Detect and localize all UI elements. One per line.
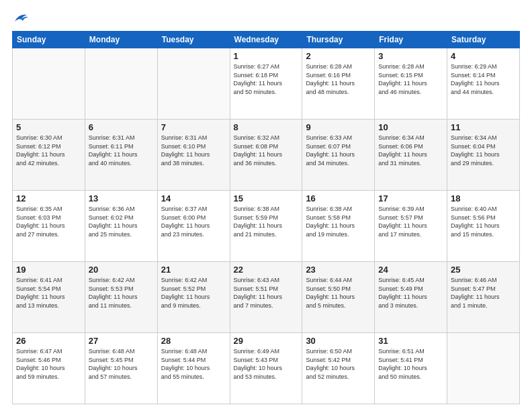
calendar-cell: 8Sunrise: 6:32 AM Sunset: 6:08 PM Daylig… <box>230 120 302 191</box>
calendar-cell: 10Sunrise: 6:34 AM Sunset: 6:06 PM Dayli… <box>375 120 447 191</box>
day-number: 26 <box>16 336 81 346</box>
calendar-week-row: 19Sunrise: 6:41 AM Sunset: 5:54 PM Dayli… <box>13 262 520 333</box>
day-info: Sunrise: 6:51 AM Sunset: 5:41 PM Dayligh… <box>378 347 443 381</box>
day-info: Sunrise: 6:48 AM Sunset: 5:44 PM Dayligh… <box>161 347 226 381</box>
calendar-cell: 16Sunrise: 6:38 AM Sunset: 5:58 PM Dayli… <box>302 191 375 262</box>
calendar-header-row: SundayMondayTuesdayWednesdayThursdayFrid… <box>13 32 520 48</box>
day-number: 17 <box>378 193 443 203</box>
day-number: 9 <box>306 122 371 132</box>
calendar-cell: 3Sunrise: 6:28 AM Sunset: 6:15 PM Daylig… <box>375 48 447 120</box>
day-info: Sunrise: 6:42 AM Sunset: 5:52 PM Dayligh… <box>161 276 226 310</box>
day-info: Sunrise: 6:31 AM Sunset: 6:10 PM Dayligh… <box>161 134 226 167</box>
calendar-cell: 21Sunrise: 6:42 AM Sunset: 5:52 PM Dayli… <box>157 262 230 333</box>
day-number: 10 <box>378 122 443 132</box>
calendar-cell: 29Sunrise: 6:49 AM Sunset: 5:43 PM Dayli… <box>230 333 302 404</box>
calendar-cell <box>85 48 157 120</box>
calendar-cell <box>447 333 520 404</box>
day-info: Sunrise: 6:29 AM Sunset: 6:14 PM Dayligh… <box>451 62 516 96</box>
day-header-saturday: Saturday <box>447 32 520 48</box>
day-info: Sunrise: 6:34 AM Sunset: 6:06 PM Dayligh… <box>378 134 443 167</box>
day-info: Sunrise: 6:43 AM Sunset: 5:51 PM Dayligh… <box>234 276 299 310</box>
day-info: Sunrise: 6:45 AM Sunset: 5:49 PM Dayligh… <box>378 276 443 310</box>
day-number: 30 <box>306 336 371 346</box>
day-number: 25 <box>451 265 516 275</box>
day-header-tuesday: Tuesday <box>157 32 230 48</box>
calendar-week-row: 12Sunrise: 6:35 AM Sunset: 6:03 PM Dayli… <box>13 191 520 262</box>
day-number: 21 <box>161 265 226 275</box>
day-info: Sunrise: 6:33 AM Sunset: 6:07 PM Dayligh… <box>306 134 371 167</box>
calendar-cell: 24Sunrise: 6:45 AM Sunset: 5:49 PM Dayli… <box>375 262 447 333</box>
calendar-cell: 13Sunrise: 6:36 AM Sunset: 6:02 PM Dayli… <box>85 191 157 262</box>
page: SundayMondayTuesdayWednesdayThursdayFrid… <box>0 0 532 411</box>
day-number: 27 <box>89 336 154 346</box>
calendar: SundayMondayTuesdayWednesdayThursdayFrid… <box>12 31 520 404</box>
logo <box>12 12 28 24</box>
day-number: 14 <box>161 193 226 203</box>
calendar-cell: 20Sunrise: 6:42 AM Sunset: 5:53 PM Dayli… <box>85 262 157 333</box>
day-info: Sunrise: 6:28 AM Sunset: 6:15 PM Dayligh… <box>378 62 443 96</box>
calendar-week-row: 5Sunrise: 6:30 AM Sunset: 6:12 PM Daylig… <box>13 120 520 191</box>
day-number: 11 <box>451 122 516 132</box>
day-info: Sunrise: 6:34 AM Sunset: 6:04 PM Dayligh… <box>451 134 516 167</box>
calendar-cell: 18Sunrise: 6:40 AM Sunset: 5:56 PM Dayli… <box>447 191 520 262</box>
day-number: 15 <box>234 193 299 203</box>
day-number: 5 <box>16 122 81 132</box>
calendar-cell: 2Sunrise: 6:28 AM Sunset: 6:16 PM Daylig… <box>302 48 375 120</box>
day-number: 22 <box>234 265 299 275</box>
day-number: 6 <box>89 122 154 132</box>
day-info: Sunrise: 6:37 AM Sunset: 6:00 PM Dayligh… <box>161 205 226 238</box>
day-info: Sunrise: 6:28 AM Sunset: 6:16 PM Dayligh… <box>306 62 371 96</box>
logo-bird-icon <box>13 12 28 24</box>
day-number: 2 <box>306 51 371 61</box>
calendar-week-row: 1Sunrise: 6:27 AM Sunset: 6:18 PM Daylig… <box>13 48 520 120</box>
day-number: 7 <box>161 122 226 132</box>
day-number: 12 <box>16 193 81 203</box>
calendar-cell: 15Sunrise: 6:38 AM Sunset: 5:59 PM Dayli… <box>230 191 302 262</box>
calendar-cell <box>157 48 230 120</box>
calendar-cell: 25Sunrise: 6:46 AM Sunset: 5:47 PM Dayli… <box>447 262 520 333</box>
day-number: 20 <box>89 265 154 275</box>
day-header-monday: Monday <box>85 32 157 48</box>
calendar-cell: 27Sunrise: 6:48 AM Sunset: 5:45 PM Dayli… <box>85 333 157 404</box>
calendar-cell: 11Sunrise: 6:34 AM Sunset: 6:04 PM Dayli… <box>447 120 520 191</box>
day-info: Sunrise: 6:31 AM Sunset: 6:11 PM Dayligh… <box>89 134 154 167</box>
day-info: Sunrise: 6:48 AM Sunset: 5:45 PM Dayligh… <box>89 347 154 381</box>
day-header-sunday: Sunday <box>13 32 85 48</box>
day-header-wednesday: Wednesday <box>230 32 302 48</box>
calendar-cell: 31Sunrise: 6:51 AM Sunset: 5:41 PM Dayli… <box>375 333 447 404</box>
day-info: Sunrise: 6:44 AM Sunset: 5:50 PM Dayligh… <box>306 276 371 310</box>
day-number: 24 <box>378 265 443 275</box>
day-info: Sunrise: 6:36 AM Sunset: 6:02 PM Dayligh… <box>89 205 154 238</box>
day-info: Sunrise: 6:38 AM Sunset: 5:58 PM Dayligh… <box>306 205 371 238</box>
day-number: 29 <box>234 336 299 346</box>
calendar-week-row: 26Sunrise: 6:47 AM Sunset: 5:46 PM Dayli… <box>13 333 520 404</box>
day-info: Sunrise: 6:30 AM Sunset: 6:12 PM Dayligh… <box>16 134 81 167</box>
calendar-cell: 19Sunrise: 6:41 AM Sunset: 5:54 PM Dayli… <box>13 262 85 333</box>
day-info: Sunrise: 6:41 AM Sunset: 5:54 PM Dayligh… <box>16 276 81 310</box>
calendar-cell: 7Sunrise: 6:31 AM Sunset: 6:10 PM Daylig… <box>157 120 230 191</box>
day-info: Sunrise: 6:50 AM Sunset: 5:42 PM Dayligh… <box>306 347 371 381</box>
calendar-cell: 28Sunrise: 6:48 AM Sunset: 5:44 PM Dayli… <box>157 333 230 404</box>
day-number: 1 <box>234 51 299 61</box>
day-number: 31 <box>378 336 443 346</box>
day-number: 16 <box>306 193 371 203</box>
day-info: Sunrise: 6:40 AM Sunset: 5:56 PM Dayligh… <box>451 205 516 238</box>
day-header-thursday: Thursday <box>302 32 375 48</box>
calendar-cell: 1Sunrise: 6:27 AM Sunset: 6:18 PM Daylig… <box>230 48 302 120</box>
calendar-cell: 23Sunrise: 6:44 AM Sunset: 5:50 PM Dayli… <box>302 262 375 333</box>
header <box>12 12 520 24</box>
calendar-cell: 9Sunrise: 6:33 AM Sunset: 6:07 PM Daylig… <box>302 120 375 191</box>
day-info: Sunrise: 6:27 AM Sunset: 6:18 PM Dayligh… <box>234 62 299 96</box>
calendar-cell: 30Sunrise: 6:50 AM Sunset: 5:42 PM Dayli… <box>302 333 375 404</box>
day-number: 18 <box>451 193 516 203</box>
day-header-friday: Friday <box>375 32 447 48</box>
calendar-cell: 12Sunrise: 6:35 AM Sunset: 6:03 PM Dayli… <box>13 191 85 262</box>
day-number: 3 <box>378 51 443 61</box>
day-info: Sunrise: 6:46 AM Sunset: 5:47 PM Dayligh… <box>451 276 516 310</box>
calendar-cell: 4Sunrise: 6:29 AM Sunset: 6:14 PM Daylig… <box>447 48 520 120</box>
calendar-cell: 5Sunrise: 6:30 AM Sunset: 6:12 PM Daylig… <box>13 120 85 191</box>
day-info: Sunrise: 6:32 AM Sunset: 6:08 PM Dayligh… <box>234 134 299 167</box>
calendar-cell: 14Sunrise: 6:37 AM Sunset: 6:00 PM Dayli… <box>157 191 230 262</box>
day-number: 8 <box>234 122 299 132</box>
day-number: 13 <box>89 193 154 203</box>
